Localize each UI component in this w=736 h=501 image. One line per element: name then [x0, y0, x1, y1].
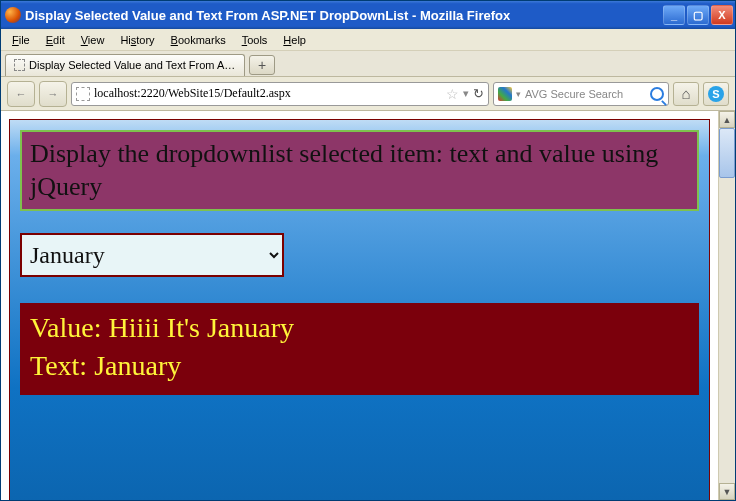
reload-button[interactable]: ↻ — [473, 86, 484, 101]
output-value: Hiiii It's January — [109, 312, 294, 343]
avg-icon — [498, 87, 512, 101]
window-titlebar: Display Selected Value and Text From ASP… — [1, 1, 735, 29]
url-input[interactable] — [94, 86, 442, 101]
month-dropdown[interactable]: January — [20, 233, 284, 277]
url-dropdown-icon[interactable]: ▾ — [463, 87, 469, 100]
skype-button[interactable]: S — [703, 82, 729, 106]
bookmark-star-icon[interactable]: ☆ — [446, 86, 459, 102]
window-maximize-button[interactable]: ▢ — [687, 5, 709, 25]
menu-bookmarks[interactable]: Bookmarks — [164, 32, 233, 48]
output-panel: Value: Hiiii It's January Text: January — [20, 303, 699, 395]
page-favicon — [14, 59, 25, 71]
scroll-thumb[interactable] — [719, 128, 735, 178]
scroll-down-button[interactable]: ▼ — [719, 483, 735, 500]
vertical-scrollbar[interactable]: ▲ ▼ — [718, 111, 735, 500]
scroll-track[interactable] — [719, 128, 735, 483]
firefox-icon — [5, 7, 21, 23]
tab-strip: Display Selected Value and Text From ASP… — [1, 51, 735, 77]
search-dropdown-icon[interactable]: ▾ — [516, 89, 521, 99]
search-placeholder: AVG Secure Search — [525, 88, 646, 100]
menu-tools[interactable]: Tools — [235, 32, 275, 48]
home-button[interactable]: ⌂ — [673, 82, 699, 106]
output-text: January — [94, 350, 181, 381]
menu-help[interactable]: Help — [276, 32, 313, 48]
output-value-row: Value: Hiiii It's January — [30, 309, 689, 347]
new-tab-button[interactable]: + — [249, 55, 275, 75]
search-icon[interactable] — [650, 87, 664, 101]
output-value-label: Value: — [30, 312, 102, 343]
url-bar[interactable]: ☆ ▾ ↻ — [71, 82, 489, 106]
menu-view[interactable]: View — [74, 32, 112, 48]
tab-active[interactable]: Display Selected Value and Text From ASP… — [5, 54, 245, 76]
menu-file[interactable]: File — [5, 32, 37, 48]
content-panel: Display the dropdownlist selected item: … — [9, 119, 710, 500]
search-box[interactable]: ▾ AVG Secure Search — [493, 82, 669, 106]
window-title: Display Selected Value and Text From ASP… — [25, 8, 663, 23]
page-viewport: Display the dropdownlist selected item: … — [1, 111, 718, 500]
tab-label: Display Selected Value and Text From ASP… — [29, 59, 236, 71]
output-text-row: Text: January — [30, 347, 689, 385]
page-heading: Display the dropdownlist selected item: … — [20, 130, 699, 211]
menubar: File Edit View History Bookmarks Tools H… — [1, 29, 735, 51]
menu-edit[interactable]: Edit — [39, 32, 72, 48]
forward-button[interactable]: → — [39, 81, 67, 107]
nav-toolbar: ← → ☆ ▾ ↻ ▾ AVG Secure Search ⌂ S — [1, 77, 735, 111]
window-close-button[interactable]: X — [711, 5, 733, 25]
skype-icon: S — [708, 86, 724, 102]
menu-history[interactable]: History — [113, 32, 161, 48]
scroll-up-button[interactable]: ▲ — [719, 111, 735, 128]
window-minimize-button[interactable]: _ — [663, 5, 685, 25]
site-identity-icon — [76, 87, 90, 101]
home-icon: ⌂ — [681, 85, 690, 102]
back-button[interactable]: ← — [7, 81, 35, 107]
output-text-label: Text: — [30, 350, 87, 381]
